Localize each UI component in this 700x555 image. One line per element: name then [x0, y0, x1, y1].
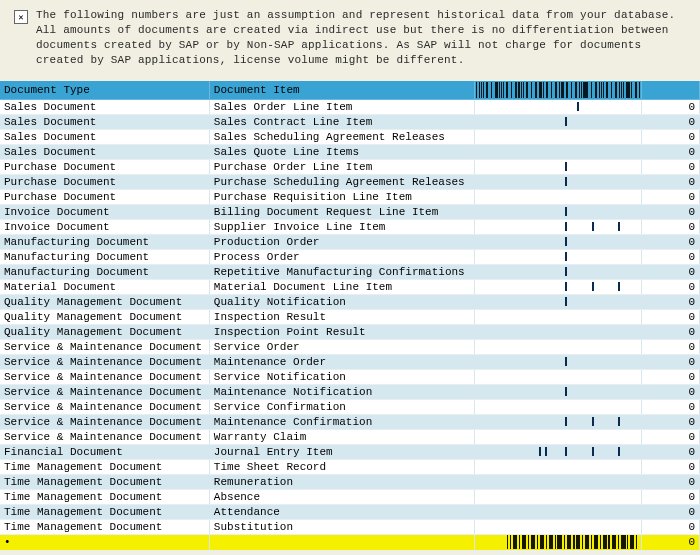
footer-total: 0 [641, 534, 699, 550]
table-row[interactable]: Manufacturing DocumentProcess Order0 [0, 249, 700, 264]
table-row[interactable]: Service & Maintenance DocumentMaintenanc… [0, 414, 700, 429]
table-row[interactable]: Service & Maintenance DocumentService Or… [0, 339, 700, 354]
cell-document-item: Service Order [209, 339, 474, 354]
cell-document-item: Purchase Requisition Line Item [209, 189, 474, 204]
cell-count: 0 [641, 234, 699, 249]
cell-document-item: Supplier Invoice Line Item [209, 219, 474, 234]
cell-bar [474, 429, 641, 444]
cell-bar [474, 294, 641, 309]
cell-bar [474, 114, 641, 129]
table-row[interactable]: Purchase DocumentPurchase Order Line Ite… [0, 159, 700, 174]
footer-marker: • [0, 534, 209, 550]
cell-document-item: Remuneration [209, 474, 474, 489]
table-row[interactable]: Purchase DocumentPurchase Requisition Li… [0, 189, 700, 204]
cell-bar [474, 459, 641, 474]
table-row[interactable]: Service & Maintenance DocumentService No… [0, 369, 700, 384]
cell-bar [474, 384, 641, 399]
cell-document-item: Sales Order Line Item [209, 99, 474, 114]
table-row[interactable]: Quality Management DocumentInspection Re… [0, 309, 700, 324]
cell-document-item: Purchase Order Line Item [209, 159, 474, 174]
cell-document-type: Material Document [0, 279, 209, 294]
cell-document-item: Process Order [209, 249, 474, 264]
cell-document-type: Service & Maintenance Document [0, 414, 209, 429]
table-row[interactable]: Time Management DocumentSubstitution0 [0, 519, 700, 534]
cell-count: 0 [641, 204, 699, 219]
table-row[interactable]: Material DocumentMaterial Document Line … [0, 279, 700, 294]
header-count[interactable] [641, 81, 699, 99]
table-header-row: Document Type Document Item [0, 81, 700, 99]
cell-bar [474, 99, 641, 114]
table-row[interactable]: Service & Maintenance DocumentService Co… [0, 399, 700, 414]
cell-bar [474, 369, 641, 384]
cell-document-item: Sales Scheduling Agreement Releases [209, 129, 474, 144]
cell-document-item: Sales Contract Line Item [209, 114, 474, 129]
table-row[interactable]: Sales DocumentSales Scheduling Agreement… [0, 129, 700, 144]
cell-bar [474, 279, 641, 294]
cell-document-item: Maintenance Notification [209, 384, 474, 399]
cell-count: 0 [641, 399, 699, 414]
cell-count: 0 [641, 114, 699, 129]
cell-document-type: Service & Maintenance Document [0, 429, 209, 444]
cell-count: 0 [641, 384, 699, 399]
cell-document-type: Purchase Document [0, 174, 209, 189]
table-row[interactable]: Service & Maintenance DocumentWarranty C… [0, 429, 700, 444]
table-row[interactable]: Sales DocumentSales Order Line Item0 [0, 99, 700, 114]
table-row[interactable]: Purchase DocumentPurchase Scheduling Agr… [0, 174, 700, 189]
table-row[interactable]: Quality Management DocumentInspection Po… [0, 324, 700, 339]
cell-count: 0 [641, 474, 699, 489]
cell-document-item: Repetitive Manufacturing Confirmations [209, 264, 474, 279]
cell-document-type: Quality Management Document [0, 294, 209, 309]
table-row[interactable]: Time Management DocumentAbsence0 [0, 489, 700, 504]
close-icon[interactable]: ✕ [14, 10, 28, 24]
header-document-type[interactable]: Document Type [0, 81, 209, 99]
cell-count: 0 [641, 99, 699, 114]
cell-document-type: Manufacturing Document [0, 264, 209, 279]
table-row[interactable]: Sales DocumentSales Quote Line Items0 [0, 144, 700, 159]
table-row[interactable]: Time Management DocumentRemuneration0 [0, 474, 700, 489]
cell-count: 0 [641, 264, 699, 279]
cell-document-item: Inspection Point Result [209, 324, 474, 339]
cell-count: 0 [641, 294, 699, 309]
cell-count: 0 [641, 414, 699, 429]
cell-document-type: Manufacturing Document [0, 234, 209, 249]
cell-document-type: Sales Document [0, 114, 209, 129]
cell-bar [474, 339, 641, 354]
cell-document-type: Service & Maintenance Document [0, 399, 209, 414]
cell-bar [474, 264, 641, 279]
cell-document-item: Material Document Line Item [209, 279, 474, 294]
cell-bar [474, 174, 641, 189]
header-document-item[interactable]: Document Item [209, 81, 474, 99]
table-row[interactable]: Sales DocumentSales Contract Line Item0 [0, 114, 700, 129]
header-bar[interactable] [474, 81, 641, 99]
table-row[interactable]: Service & Maintenance DocumentMaintenanc… [0, 354, 700, 369]
table-row[interactable]: Manufacturing DocumentRepetitive Manufac… [0, 264, 700, 279]
cell-bar [474, 354, 641, 369]
table-row[interactable]: Financial DocumentJournal Entry Item0 [0, 444, 700, 459]
table-row[interactable]: Invoice DocumentBilling Document Request… [0, 204, 700, 219]
cell-document-type: Manufacturing Document [0, 249, 209, 264]
table-row[interactable]: Quality Management DocumentQuality Notif… [0, 294, 700, 309]
cell-bar [474, 519, 641, 534]
cell-bar [474, 204, 641, 219]
cell-count: 0 [641, 504, 699, 519]
cell-document-type: Invoice Document [0, 204, 209, 219]
cell-count: 0 [641, 189, 699, 204]
cell-count: 0 [641, 219, 699, 234]
table-row[interactable]: Service & Maintenance DocumentMaintenanc… [0, 384, 700, 399]
cell-document-type: Quality Management Document [0, 324, 209, 339]
table-row[interactable]: Time Management DocumentAttendance0 [0, 504, 700, 519]
cell-document-type: Service & Maintenance Document [0, 369, 209, 384]
cell-document-type: Service & Maintenance Document [0, 354, 209, 369]
cell-document-item: Purchase Scheduling Agreement Releases [209, 174, 474, 189]
table-row[interactable]: Time Management DocumentTime Sheet Recor… [0, 459, 700, 474]
cell-document-item: Sales Quote Line Items [209, 144, 474, 159]
cell-document-item: Substitution [209, 519, 474, 534]
table-row[interactable]: Invoice DocumentSupplier Invoice Line It… [0, 219, 700, 234]
cell-count: 0 [641, 429, 699, 444]
cell-document-type: Invoice Document [0, 219, 209, 234]
table-row[interactable]: Manufacturing DocumentProduction Order0 [0, 234, 700, 249]
cell-document-item: Warranty Claim [209, 429, 474, 444]
notice-text: The following numbers are just an assump… [36, 8, 686, 67]
document-license-table: Document Type Document Item Sales Docume… [0, 81, 700, 551]
cell-document-type: Financial Document [0, 444, 209, 459]
